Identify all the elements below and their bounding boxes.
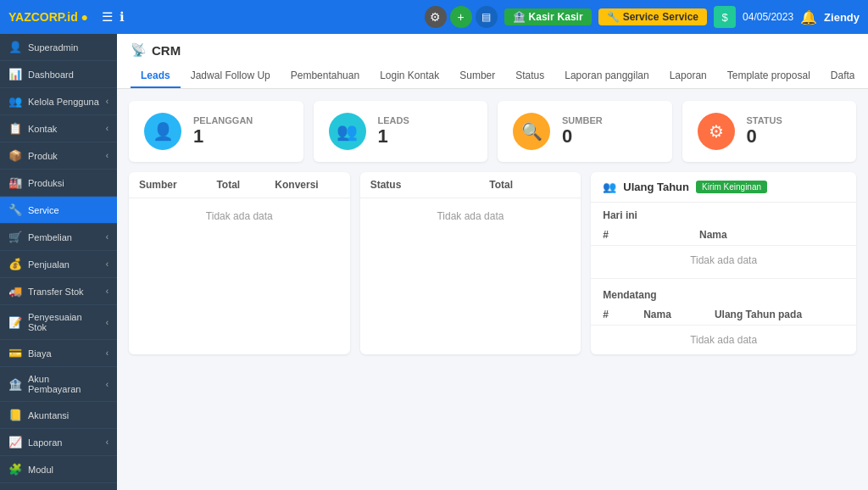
mendatang-col-num: # xyxy=(591,304,632,326)
kirim-keinginan-badge[interactable]: Kirim Keinginan xyxy=(696,181,767,193)
sidebar-label-produksi: Produksi xyxy=(28,178,64,188)
sidebar-item-biaya[interactable]: 💳 Biaya ‹ xyxy=(0,340,117,367)
sidebar-item-pembelian[interactable]: 🛒 Pembelian ‹ xyxy=(0,224,117,251)
sidebar-label-akun-pembayaran: Akun Pembayaran xyxy=(28,374,100,394)
sidebar-item-akuntansi[interactable]: 📒 Akuntansi xyxy=(0,402,117,429)
sidebar-label-penyesuaian-stok: Penyesuaian Stok xyxy=(28,312,100,332)
sidebar-item-dashboard[interactable]: 📊 Dashboard xyxy=(0,61,117,88)
stat-card-pelanggan: 👤 PELANGGAN 1 xyxy=(129,101,303,162)
sidebar-item-penjualan[interactable]: 💰 Penjualan ‹ xyxy=(0,251,117,278)
stat-label-sumber: SUMBER xyxy=(562,115,603,125)
topnav-icon3[interactable]: ▤ xyxy=(476,6,498,28)
stat-label-leads: LEADS xyxy=(378,115,409,125)
tab-status[interactable]: Status xyxy=(505,64,554,88)
stat-icon-pelanggan: 👤 xyxy=(144,113,181,150)
sidebar: 👤 Superadmin 📊 Dashboard 👥 Kelola Penggu… xyxy=(0,34,117,490)
chevron-icon-transfer-stok: ‹ xyxy=(106,287,108,296)
stat-value-leads: 1 xyxy=(378,125,409,148)
sidebar-icon-pembelian: 🛒 xyxy=(8,231,22,243)
stat-card-status: ⚙ STATUS 0 xyxy=(682,101,857,162)
service-button[interactable]: 🔧 ServiceService xyxy=(598,8,707,25)
page-title: 📡 CRM xyxy=(131,42,854,58)
chevron-icon-penjualan: ‹ xyxy=(106,259,108,269)
tab-leads[interactable]: Leads xyxy=(131,64,181,88)
tab-pembentahuan[interactable]: Pembentahuan xyxy=(281,64,370,88)
birthday-header: 👥 Ulang Tahun Kirim Keinginan xyxy=(591,172,856,203)
sidebar-icon-transfer-stok: 🚚 xyxy=(8,285,22,298)
chevron-icon-penyesuaian-stok: ‹ xyxy=(106,318,108,327)
sidebar-item-laporan[interactable]: 📈 Laporan ‹ xyxy=(0,429,117,456)
hamburger-button[interactable]: ☰ xyxy=(98,8,116,26)
tables-row: Sumber Total Konversi Tidak ada data xyxy=(117,162,868,354)
chevron-icon-laporan: ‹ xyxy=(106,437,108,447)
sidebar-icon-superadmin: 👤 xyxy=(8,41,22,53)
info-button[interactable]: ℹ xyxy=(116,8,128,26)
topnav-icon2[interactable]: + xyxy=(450,6,472,28)
birthday-section: 👥 Ulang Tahun Kirim Keinginan Hari ini #… xyxy=(591,172,856,354)
sidebar-icon-produk: 📦 xyxy=(8,149,22,162)
page-header: 📡 CRM LeadsJadwal Follow UpPembentahuanL… xyxy=(117,34,868,89)
birthday-divider xyxy=(591,278,856,279)
tab-template-proposal[interactable]: Template proposal xyxy=(717,64,821,88)
tab-daftar-proposal[interactable]: Daftar Proposal xyxy=(821,64,854,88)
stat-label-pelanggan: PELANGGAN xyxy=(193,115,253,125)
hari-ini-label: Hari ini xyxy=(591,203,856,225)
hari-ini-empty: Tidak ada data xyxy=(591,246,856,276)
stat-value-pelanggan: 1 xyxy=(193,125,253,148)
sumber-col-sumber: Sumber xyxy=(129,172,206,198)
stat-card-sumber: 🔍 SUMBER 0 xyxy=(498,101,672,162)
status-table-card: Status Total Tidak ada data xyxy=(360,172,581,354)
main-content: 📡 CRM LeadsJadwal Follow UpPembentahuanL… xyxy=(117,34,868,490)
sidebar-item-modul[interactable]: 🧩 Modul xyxy=(0,456,117,483)
tab-laporan-panggilan[interactable]: Laporan panggilan xyxy=(554,64,659,88)
sidebar-item-penyesuaian-stok[interactable]: 📝 Penyesuaian Stok ‹ xyxy=(0,305,117,340)
sidebar-icon-biaya: 💳 xyxy=(8,347,22,359)
topnav-icon1[interactable]: ⚙ xyxy=(425,6,447,28)
tab-jadwal-follow-up[interactable]: Jadwal Follow Up xyxy=(181,64,281,88)
chevron-icon-produk: ‹ xyxy=(106,151,108,160)
chevron-icon-pembelian: ‹ xyxy=(106,232,108,242)
kasir-button[interactable]: 🏦 KasirKasir xyxy=(504,8,592,25)
sidebar-item-akun-pembayaran[interactable]: 🏦 Akun Pembayaran ‹ xyxy=(0,367,117,402)
user-name[interactable]: Ziendy xyxy=(824,11,860,24)
sidebar-item-kontak[interactable]: 📋 Kontak ‹ xyxy=(0,115,117,142)
sidebar-icon-penyesuaian-stok: 📝 xyxy=(8,316,22,329)
green-icon-button[interactable]: $ xyxy=(714,6,736,28)
tab-login-kontak[interactable]: Login Kontak xyxy=(370,64,449,88)
stat-icon-leads: 👥 xyxy=(329,113,366,150)
tab-laporan[interactable]: Laporan xyxy=(659,64,717,88)
sidebar-item-kelola-pengguna[interactable]: 👥 Kelola Pengguna ‹ xyxy=(0,88,117,115)
sidebar-label-superadmin: Superadmin xyxy=(28,42,78,53)
chevron-icon-akun-pembayaran: ‹ xyxy=(106,380,108,389)
status-col-status: Status xyxy=(360,172,480,198)
tab-sumber[interactable]: Sumber xyxy=(449,64,505,88)
stat-icon-sumber: 🔍 xyxy=(513,113,550,150)
sidebar-label-laporan: Laporan xyxy=(28,437,62,448)
sidebar-item-service[interactable]: 🔧 Service xyxy=(0,197,117,224)
sidebar-label-kelola-pengguna: Kelola Pengguna xyxy=(28,97,99,107)
mendatang-col-date: Ulang Tahun pada xyxy=(703,304,856,326)
mendatang-col-nama: Nama xyxy=(632,304,703,326)
sidebar-label-akuntansi: Akuntansi xyxy=(28,410,69,420)
chevron-icon-kelola-pengguna: ‹ xyxy=(106,97,108,106)
sumber-col-konversi: Konversi xyxy=(264,172,349,198)
sidebar-label-penjualan: Penjualan xyxy=(28,259,70,270)
mendatang-empty: Tidak ada data xyxy=(591,326,856,355)
hari-ini-col-num: # xyxy=(591,225,687,246)
stat-value-status: 0 xyxy=(747,125,782,148)
brand-logo[interactable]: YAZCORP.id ● xyxy=(8,10,88,24)
stat-label-status: STATUS xyxy=(747,115,782,125)
chevron-icon-kontak: ‹ xyxy=(106,124,108,133)
status-empty: Tidak ada data xyxy=(360,198,581,235)
sidebar-item-superadmin[interactable]: 👤 Superadmin xyxy=(0,34,117,61)
stat-info-sumber: SUMBER 0 xyxy=(562,115,603,148)
sidebar-label-transfer-stok: Transfer Stok xyxy=(28,287,84,297)
sidebar-item-produk[interactable]: 📦 Produk ‹ xyxy=(0,142,117,170)
sidebar-item-backup-database[interactable]: 💾 Backup Database xyxy=(0,483,117,490)
sidebar-icon-kelola-pengguna: 👥 xyxy=(8,95,22,108)
main-layout: 👤 Superadmin 📊 Dashboard 👥 Kelola Penggu… xyxy=(0,34,868,490)
bell-icon[interactable]: 🔔 xyxy=(800,9,817,25)
stat-info-status: STATUS 0 xyxy=(747,115,782,148)
sidebar-item-produksi[interactable]: 🏭 Produksi xyxy=(0,170,117,197)
sidebar-item-transfer-stok[interactable]: 🚚 Transfer Stok ‹ xyxy=(0,278,117,305)
